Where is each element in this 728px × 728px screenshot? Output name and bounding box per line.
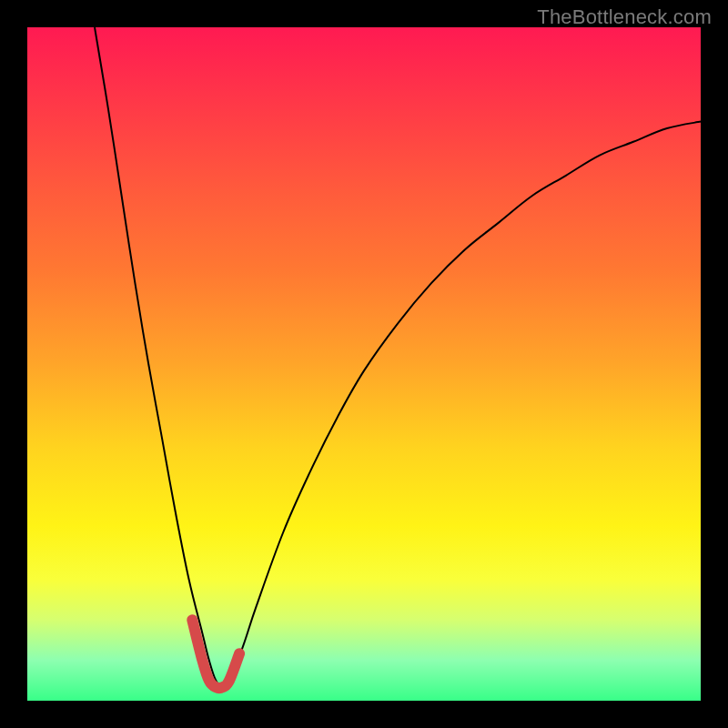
chart-frame: TheBottleneck.com <box>0 0 728 728</box>
chart-plot-area <box>27 27 701 701</box>
bottleneck-curve <box>95 27 701 687</box>
watermark-text: TheBottleneck.com <box>537 5 712 29</box>
chart-svg <box>27 27 701 701</box>
optimal-range-highlight <box>192 620 239 688</box>
